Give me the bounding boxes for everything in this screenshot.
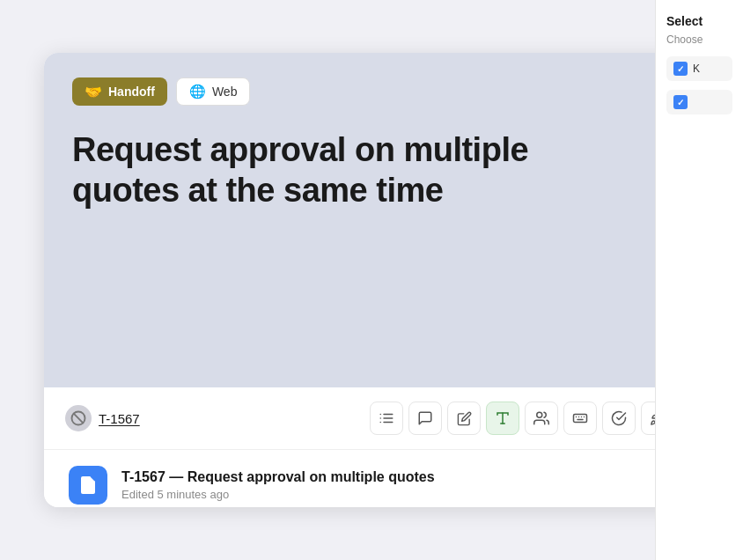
toolbar-text-btn[interactable] [486,402,519,435]
card-top: 🤝 Handoff 🌐 Web Request approval on mult… [44,53,695,387]
handoff-icon: 🤝 [85,84,102,100]
right-panel: Select Choose K [655,0,743,560]
ticket-icon [65,405,92,431]
web-icon: 🌐 [189,84,206,99]
ticket-id-wrap: T-1567 [65,405,140,431]
tag-handoff-label: Handoff [108,85,155,99]
toolbar-comment-btn[interactable] [408,402,442,435]
svg-rect-11 [574,415,587,423]
right-panel-title: Select [666,14,732,28]
checkbox-label-1: K [693,63,700,75]
right-panel-subtitle: Choose [666,33,732,46]
svg-point-10 [537,412,542,417]
tag-web-label: Web [212,85,238,99]
tag-handoff[interactable]: 🤝 Handoff [72,77,167,106]
tag-row: 🤝 Handoff 🌐 Web [72,77,667,106]
info-subtitle: Edited 5 minutes ago [121,488,435,501]
checkbox-item-1[interactable]: K [666,56,732,81]
toolbar-edit-btn[interactable] [447,402,481,435]
toolbar-list-btn[interactable] [370,402,403,435]
checkbox-item-2[interactable] [666,90,732,114]
tag-web[interactable]: 🌐 Web [176,77,251,106]
ticket-id[interactable]: T-1567 [99,411,140,426]
main-card: 🤝 Handoff 🌐 Web Request approval on mult… [44,53,695,507]
info-text: T-1567 — Request approval on multiple qu… [121,469,435,501]
svg-line-1 [74,414,84,424]
toolbar-team-btn[interactable] [525,402,558,435]
info-bar: T-1567 — Request approval on multiple qu… [44,449,695,507]
card-title: Request approval on multiple quotes at t… [72,130,600,210]
checkbox-icon-2 [673,95,688,109]
toolbar-keyboard-btn[interactable] [563,402,597,435]
checkbox-icon-1 [673,62,688,76]
page-wrapper: 🤝 Handoff 🌐 Web Request approval on mult… [0,0,743,560]
card-bottom: T-1567 [44,387,695,449]
toolbar [370,402,674,435]
info-icon [69,466,107,505]
info-title: T-1567 — Request approval on multiple qu… [121,469,435,485]
toolbar-verify-btn[interactable] [602,402,636,435]
